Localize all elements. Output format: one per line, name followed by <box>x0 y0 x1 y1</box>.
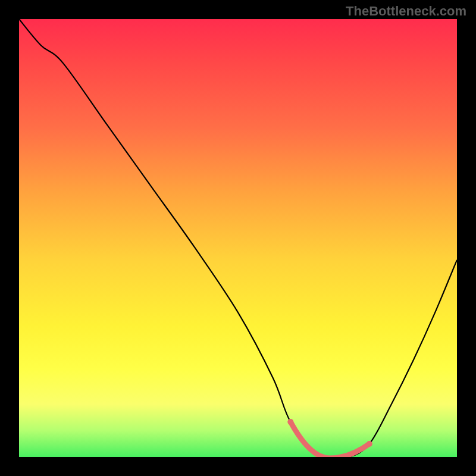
chart-plot-area <box>19 19 457 457</box>
chart-background-gradient <box>19 19 457 457</box>
attribution-text: TheBottleneck.com <box>346 4 466 19</box>
